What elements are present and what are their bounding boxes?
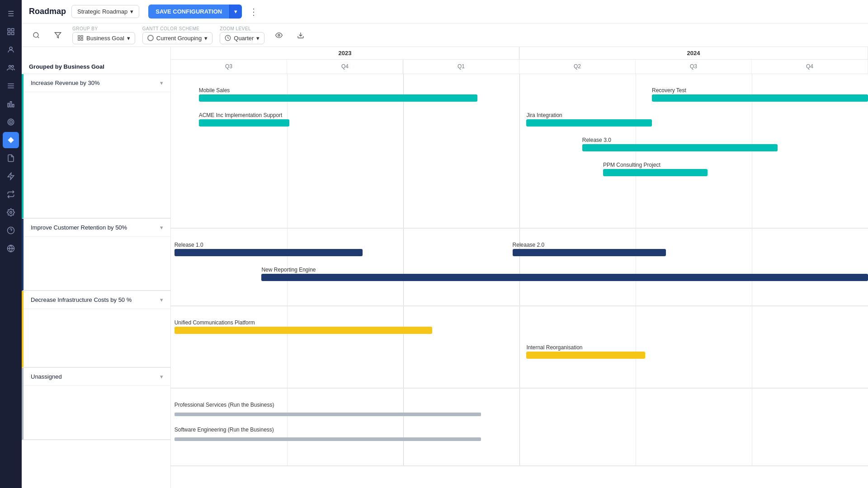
group-retention-label: Improve Customer Retention by 50% bbox=[31, 224, 127, 231]
bar-acme[interactable] bbox=[199, 119, 289, 127]
bar-release1[interactable] bbox=[175, 249, 363, 256]
transfer-icon[interactable] bbox=[3, 186, 19, 202]
bar-unified[interactable] bbox=[175, 327, 433, 334]
gantt-color-value: Current Grouping bbox=[156, 35, 202, 42]
q3-2024: Q3 bbox=[636, 60, 752, 74]
bar-software[interactable] bbox=[175, 437, 481, 441]
svg-point-15 bbox=[10, 122, 11, 122]
svg-rect-1 bbox=[12, 28, 14, 31]
zoom-level-dropdown[interactable]: Quarter ▾ bbox=[220, 32, 264, 44]
label-reporting: New Reporting Engine bbox=[261, 267, 316, 273]
year-2024: 2024 bbox=[519, 47, 868, 59]
gantt-row-unified: Unified Communications Platform bbox=[171, 311, 868, 336]
grouped-by-title: Grouped by Business Goal bbox=[29, 63, 104, 70]
strategy-label: Strategic Roadmap bbox=[77, 8, 127, 15]
profile-icon[interactable] bbox=[3, 42, 19, 58]
dashboard-icon[interactable] bbox=[3, 23, 19, 40]
sidebar: ☰ bbox=[0, 0, 22, 488]
label-ppm: PPM Consulting Project bbox=[603, 162, 660, 168]
page-title: Roadmap bbox=[29, 7, 66, 16]
bar-ppm[interactable] bbox=[603, 169, 708, 176]
svg-rect-0 bbox=[8, 28, 10, 31]
search-icon-button[interactable] bbox=[29, 28, 43, 42]
gantt-row-release1: Release 1.0 Releaase 2.0 bbox=[171, 233, 868, 258]
svg-line-23 bbox=[38, 37, 39, 38]
filter-icon-button[interactable] bbox=[51, 28, 65, 42]
group-retention-chevron[interactable]: ▾ bbox=[160, 224, 163, 231]
quarter-row: Q3 Q4 Q1 Q2 Q3 Q4 bbox=[171, 60, 868, 74]
svg-rect-12 bbox=[13, 104, 14, 107]
bar-professional[interactable] bbox=[175, 413, 481, 416]
group-by-dropdown[interactable]: Business Goal ▾ bbox=[72, 32, 135, 44]
group-unassigned-chevron[interactable]: ▾ bbox=[160, 373, 163, 380]
group-unassigned-header[interactable]: Unassigned ▾ bbox=[24, 368, 170, 386]
label-recovery-test: Recovery Test bbox=[652, 87, 686, 94]
q2-2024: Q2 bbox=[519, 60, 636, 74]
zoom-chevron: ▾ bbox=[256, 35, 259, 42]
diamond-icon[interactable] bbox=[3, 132, 19, 148]
gantt-row-internal: Internal Reorganisation bbox=[171, 336, 868, 361]
bar-release2[interactable] bbox=[513, 249, 666, 256]
labels-panel: Grouped by Business Goal Increase Revenu… bbox=[22, 47, 171, 488]
save-configuration-button[interactable]: SAVE CONFIGURATION ▾ bbox=[148, 5, 242, 19]
label-internal: Internal Reorganisation bbox=[526, 344, 582, 351]
download-icon-button[interactable] bbox=[293, 28, 308, 42]
save-arrow-button[interactable]: ▾ bbox=[229, 5, 242, 19]
zoom-level-label: Zoom Level bbox=[220, 26, 264, 31]
strategy-chevron-icon: ▾ bbox=[130, 8, 133, 15]
group-by-label: Group By bbox=[72, 26, 135, 31]
target-icon[interactable] bbox=[3, 114, 19, 130]
label-software: Software Engineering (Run the Business) bbox=[175, 427, 274, 433]
visibility-icon-button[interactable] bbox=[272, 28, 286, 42]
gantt-row-professional: Professional Services (Run the Business) bbox=[171, 393, 868, 418]
group-retention-header[interactable]: Improve Customer Retention by 50% ▾ bbox=[24, 219, 170, 237]
list-icon[interactable] bbox=[3, 78, 19, 94]
svg-rect-10 bbox=[8, 103, 9, 107]
group-revenue-label: Increase Revenue by 30% bbox=[31, 80, 99, 86]
gantt-color-circle-icon bbox=[147, 35, 154, 41]
menu-icon[interactable]: ☰ bbox=[3, 5, 19, 22]
gantt-color-dropdown[interactable]: Current Grouping ▾ bbox=[142, 32, 212, 44]
group-infrastructure-header[interactable]: Decrease Infrastructure Costs by 50 % ▾ bbox=[24, 291, 170, 309]
group-retention: Improve Customer Retention by 50% ▾ bbox=[22, 219, 170, 291]
group-by-chevron: ▾ bbox=[127, 35, 130, 42]
label-release3: Release 3.0 bbox=[582, 137, 611, 143]
main-content: Roadmap Strategic Roadmap ▾ SAVE CONFIGU… bbox=[22, 0, 868, 488]
group-by-control: Group By Business Goal ▾ bbox=[72, 26, 135, 44]
bar-internal[interactable] bbox=[526, 352, 645, 359]
chart-icon[interactable] bbox=[3, 96, 19, 112]
gantt-body: Mobile Sales Recovery Test ACME Inc Impl… bbox=[171, 74, 868, 466]
help-icon[interactable] bbox=[3, 222, 19, 239]
label-unified: Unified Communications Platform bbox=[175, 319, 255, 326]
bolt-icon[interactable] bbox=[3, 168, 19, 184]
bar-mobile-sales[interactable] bbox=[199, 94, 478, 102]
topbar: Roadmap Strategic Roadmap ▾ SAVE CONFIGU… bbox=[22, 0, 868, 23]
doc-icon[interactable] bbox=[3, 150, 19, 166]
save-main-button[interactable]: SAVE CONFIGURATION bbox=[148, 5, 229, 19]
globe-icon[interactable] bbox=[3, 240, 19, 257]
svg-rect-27 bbox=[78, 38, 80, 40]
svg-point-22 bbox=[33, 33, 38, 38]
strategy-dropdown[interactable]: Strategic Roadmap ▾ bbox=[71, 5, 139, 18]
svg-marker-24 bbox=[55, 33, 61, 38]
zoom-level-control: Zoom Level Quarter ▾ bbox=[220, 26, 264, 44]
svg-point-6 bbox=[12, 66, 14, 68]
group-revenue-chevron[interactable]: ▾ bbox=[160, 80, 163, 86]
bar-jira[interactable] bbox=[526, 119, 652, 127]
bar-release3[interactable] bbox=[582, 144, 778, 151]
label-release1: Release 1.0 bbox=[175, 242, 203, 248]
gantt-chart[interactable]: 2023 2024 Q3 Q4 Q1 Q2 Q3 Q4 bbox=[171, 47, 868, 488]
q4-2023: Q4 bbox=[287, 60, 403, 74]
gantt-row-acme: ACME Inc Implementation Support Jira Int… bbox=[171, 103, 868, 128]
svg-point-5 bbox=[9, 66, 11, 68]
gantt-color-control: Gantt Color Scheme Current Grouping ▾ bbox=[142, 26, 212, 44]
settings-icon[interactable] bbox=[3, 204, 19, 221]
group-infrastructure-chevron[interactable]: ▾ bbox=[160, 296, 163, 303]
more-options-button[interactable]: ⋮ bbox=[247, 5, 260, 19]
bar-recovery-test[interactable] bbox=[652, 94, 868, 102]
gantt-row-ppm: PPM Consulting Project bbox=[171, 153, 868, 178]
gantt-color-chevron: ▾ bbox=[204, 35, 208, 42]
group-revenue-header[interactable]: Increase Revenue by 30% ▾ bbox=[24, 74, 170, 92]
bar-reporting[interactable] bbox=[261, 274, 868, 281]
team-icon[interactable] bbox=[3, 60, 19, 76]
